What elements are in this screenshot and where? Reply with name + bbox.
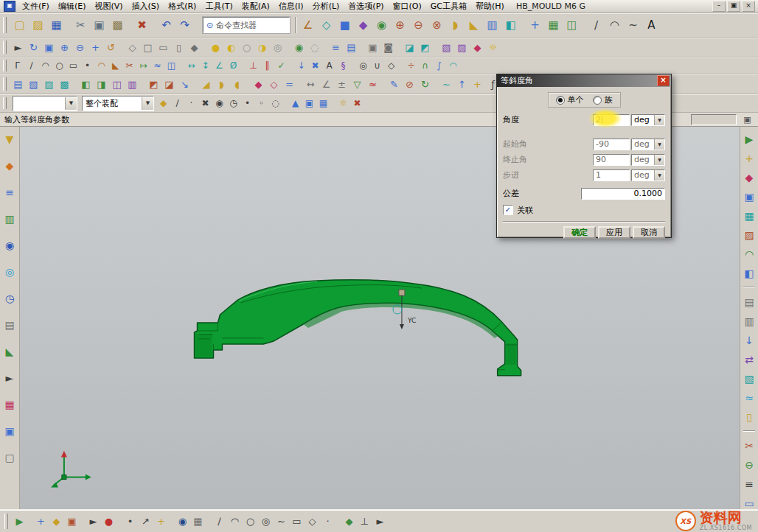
- sketch-line-icon[interactable]: ∕: [24, 59, 38, 73]
- selection-scope-combo[interactable]: 整个装配 ▼: [82, 96, 154, 111]
- dialog-close-button[interactable]: ×: [657, 75, 670, 86]
- ruled-surface-icon[interactable]: ▨: [41, 77, 57, 92]
- redo-icon[interactable]: ↷: [175, 16, 194, 35]
- mold-tools-icon[interactable]: ▨: [742, 227, 757, 242]
- menu-item-0[interactable]: 文件(F): [18, 1, 54, 12]
- system-materials-icon[interactable]: ▦: [2, 396, 18, 412]
- datum-plane-icon[interactable]: ◇: [317, 16, 335, 35]
- view-front-icon[interactable]: □: [140, 40, 156, 55]
- hd3d-tools-icon[interactable]: ◉: [2, 237, 18, 253]
- menu-item-8[interactable]: 分析(L): [308, 1, 344, 12]
- cut-icon[interactable]: ✂: [72, 16, 90, 35]
- auto-constrain-icon[interactable]: ✓: [274, 59, 288, 73]
- curve-spline-icon[interactable]: ~: [274, 514, 289, 529]
- datum-csys-icon[interactable]: +: [470, 77, 485, 92]
- undo-icon[interactable]: ↶: [157, 16, 175, 35]
- dialog-rail-icon[interactable]: ▣: [741, 114, 754, 125]
- curve-arc-icon[interactable]: ◠: [227, 514, 243, 529]
- spotlight-icon[interactable]: ☼: [485, 40, 501, 55]
- curve-ellipse-icon[interactable]: ◎: [258, 514, 274, 529]
- zoom-out-icon[interactable]: ⊖: [72, 40, 88, 55]
- quick-trim-icon[interactable]: ✂: [122, 59, 136, 73]
- bill-of-materials-icon[interactable]: ≡: [742, 476, 757, 491]
- match-edge-icon[interactable]: =: [282, 77, 297, 92]
- select-icon[interactable]: ►: [10, 40, 26, 55]
- extension-surface-icon[interactable]: ↘: [177, 77, 192, 92]
- clip-section-icon[interactable]: ◩: [417, 40, 433, 55]
- join-curve-icon[interactable]: ∩: [418, 59, 432, 73]
- angle-unit-select[interactable]: deg ▼: [631, 114, 665, 126]
- toolbar-grip[interactable]: [3, 97, 7, 110]
- unite-icon[interactable]: ⊕: [391, 16, 409, 35]
- trim-mold-components-icon[interactable]: ✂: [742, 438, 757, 453]
- mold-drawing-icon[interactable]: ▭: [742, 495, 757, 511]
- patch-body-icon[interactable]: ◨: [94, 77, 109, 92]
- snap-arc-center-icon[interactable]: ◉: [212, 97, 226, 111]
- command-finder-input[interactable]: ⊙ 命令查找器: [203, 17, 290, 33]
- line-icon[interactable]: ∕: [587, 16, 605, 35]
- bridge-curve-icon[interactable]: ◠: [446, 59, 460, 73]
- shrinkage-icon[interactable]: ◆: [742, 169, 757, 185]
- project-curve-icon[interactable]: ↓: [294, 59, 308, 73]
- move-component-icon[interactable]: +: [33, 514, 49, 529]
- mode-option-single[interactable]: 单个: [556, 94, 584, 105]
- refresh-view-icon[interactable]: ↻: [26, 40, 41, 55]
- dialog-title-bar[interactable]: 等斜度角 ×: [497, 74, 671, 87]
- text-icon[interactable]: A: [642, 16, 661, 35]
- ortho-toggle-icon[interactable]: ⊥: [357, 514, 372, 529]
- trimmed-sheet-icon[interactable]: ◩: [146, 77, 161, 92]
- mold-base-icon[interactable]: ▤: [742, 294, 757, 309]
- cavity-pocket-icon[interactable]: ⊖: [742, 457, 757, 472]
- hole-icon[interactable]: ◉: [372, 16, 391, 35]
- sketch-fillet-icon[interactable]: ◠: [94, 59, 108, 73]
- wireframe-icon[interactable]: ○: [239, 40, 254, 55]
- angular-dimension-icon[interactable]: ∠: [212, 59, 226, 73]
- perpendicular-constraint-icon[interactable]: ⊥: [246, 59, 260, 73]
- edge-blend-icon[interactable]: ◗: [446, 16, 465, 35]
- menu-item-10[interactable]: 窗口(O): [389, 1, 426, 12]
- object-display-icon[interactable]: ▧: [439, 40, 454, 55]
- shell-icon[interactable]: ▥: [483, 16, 501, 35]
- initialize-project-icon[interactable]: ▶: [742, 131, 757, 147]
- view-side-icon[interactable]: ▯: [171, 40, 187, 55]
- toolbar-grip[interactable]: [3, 77, 7, 91]
- x-form-icon[interactable]: ◆: [251, 77, 266, 92]
- point-constructor-icon[interactable]: •: [122, 514, 138, 529]
- web-browser-icon[interactable]: ◎: [2, 264, 18, 279]
- n-sided-surface-icon[interactable]: ▩: [57, 77, 72, 92]
- ok-button[interactable]: 确定: [563, 226, 596, 239]
- ejector-pin-icon[interactable]: ↓: [742, 332, 757, 348]
- spline-icon[interactable]: ~: [624, 16, 642, 35]
- sketch-arc-icon[interactable]: ◠: [38, 59, 52, 73]
- toolbar-overflow-icon[interactable]: ►: [372, 514, 388, 529]
- mirror-curve-icon[interactable]: ◫: [164, 59, 178, 73]
- deselect-all-icon[interactable]: ✖: [350, 97, 364, 111]
- deviation-gauge-icon[interactable]: ±: [334, 77, 350, 92]
- shaded-with-edges-icon[interactable]: ◐: [223, 40, 239, 55]
- fit-view-icon[interactable]: ▣: [41, 40, 57, 55]
- quick-extend-icon[interactable]: ↦: [136, 59, 150, 73]
- selection-filter-combo[interactable]: ▼: [13, 96, 77, 111]
- parting-lines-icon[interactable]: ◠: [742, 246, 757, 262]
- curve-length-icon[interactable]: ∫: [432, 59, 446, 73]
- select-top-level-icon[interactable]: ▲: [288, 97, 302, 111]
- app-icon[interactable]: ▣: [4, 1, 15, 12]
- snapshot-icon[interactable]: ◙: [380, 40, 396, 55]
- arc-icon[interactable]: ◠: [605, 16, 624, 35]
- rectangle-icon[interactable]: ▭: [66, 59, 80, 73]
- play-macro-icon[interactable]: ►: [86, 514, 101, 529]
- measure-distance-icon[interactable]: ↔: [303, 77, 319, 92]
- grid-display-icon[interactable]: ▦: [190, 514, 206, 529]
- promote-body-icon[interactable]: ↑: [454, 77, 470, 92]
- text-curve-icon[interactable]: A: [322, 59, 336, 73]
- draft-icon[interactable]: ◢: [198, 77, 214, 92]
- draft-analysis-icon[interactable]: ▽: [350, 77, 365, 92]
- edit-feature-parameters-icon[interactable]: ✎: [386, 77, 402, 92]
- rotate-view-icon[interactable]: ↺: [103, 40, 119, 55]
- chamfer-icon[interactable]: ◣: [465, 16, 483, 35]
- profile-icon[interactable]: Γ: [10, 59, 24, 73]
- cancel-button[interactable]: 取消: [633, 226, 665, 239]
- select-crossing-icon[interactable]: ▦: [316, 97, 330, 111]
- select-inside-icon[interactable]: ▣: [302, 97, 316, 111]
- wave-link-icon[interactable]: ~: [439, 77, 454, 92]
